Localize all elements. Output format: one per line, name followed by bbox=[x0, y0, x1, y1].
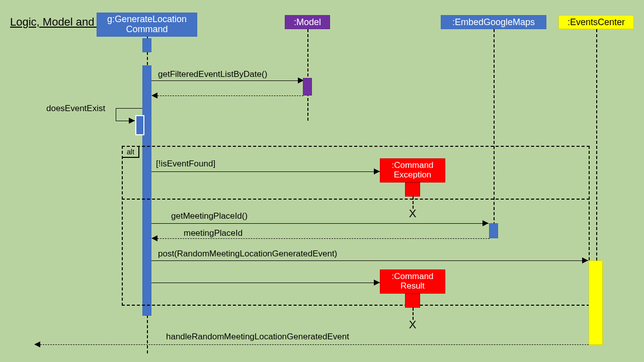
msg-getmeetingplace: getMeetingPlaceId() bbox=[171, 211, 248, 221]
activation-events bbox=[589, 260, 603, 345]
activation-cmdexception bbox=[405, 183, 420, 197]
msg-post: post(RandomMeetingLocationGeneratedEvent… bbox=[158, 249, 337, 259]
participant-events: :EventsCenter bbox=[558, 15, 634, 29]
x-cmdresult: X bbox=[409, 318, 417, 331]
activation-generate-top bbox=[142, 38, 151, 52]
x-cmdexception: X bbox=[409, 207, 417, 220]
activation-embed bbox=[489, 223, 498, 238]
arrowhead-post bbox=[582, 257, 588, 263]
arrow-getfiltered bbox=[151, 80, 304, 81]
participant-generate: g:GenerateLocation Command bbox=[97, 13, 197, 37]
participant-model-label: :Model bbox=[294, 17, 321, 28]
msg-getfiltered: getFilteredEventListByDate() bbox=[158, 69, 267, 79]
msg-handle: handleRandomMeetingLocationGeneratedEven… bbox=[166, 332, 349, 342]
arrow-handle bbox=[40, 344, 589, 345]
arrow-return-model bbox=[157, 96, 303, 96]
arrow-iseventfound bbox=[151, 171, 380, 172]
alt-frame bbox=[122, 146, 590, 306]
alt-divider bbox=[122, 199, 590, 200]
activation-cmdresult bbox=[405, 294, 420, 308]
participant-embed: :EmbedGoogleMaps bbox=[441, 15, 546, 29]
arrowhead-getmeetingplace bbox=[482, 220, 489, 226]
arrow-meetingplaceid bbox=[157, 238, 490, 239]
participant-generate-label: g:GenerateLocation Command bbox=[101, 15, 193, 35]
alt-label: alt bbox=[123, 147, 139, 158]
command-result-label: :Command Result bbox=[384, 272, 441, 291]
participant-model: :Model bbox=[285, 15, 330, 29]
arrowhead-cmdresult bbox=[374, 280, 380, 286]
arrowhead-handle bbox=[34, 341, 40, 347]
activation-model bbox=[303, 78, 312, 96]
msg-doeseventexist: doesEventExist bbox=[46, 104, 105, 114]
arrowhead-iseventfound bbox=[374, 168, 380, 174]
participant-embed-label: :EmbedGoogleMaps bbox=[452, 17, 535, 28]
command-result: :Command Result bbox=[380, 269, 445, 294]
arrowhead-return-model bbox=[151, 93, 157, 99]
arrow-cmdresult bbox=[151, 283, 380, 283]
command-exception-label: :Command Exception bbox=[384, 161, 441, 179]
lifeline-events bbox=[596, 29, 597, 260]
msg-meetingplaceid: meetingPlaceId bbox=[184, 228, 243, 238]
lifeline-model bbox=[307, 29, 308, 121]
arrowhead-meetingplaceid bbox=[151, 235, 157, 241]
arrow-getmeetingplace bbox=[151, 223, 489, 224]
participant-events-label: :EventsCenter bbox=[568, 17, 625, 28]
msg-iseventfound: [!isEventFound] bbox=[156, 159, 215, 169]
activation-doeseventexist bbox=[135, 115, 144, 135]
command-exception: :Command Exception bbox=[380, 158, 445, 183]
arrow-post bbox=[151, 260, 588, 261]
